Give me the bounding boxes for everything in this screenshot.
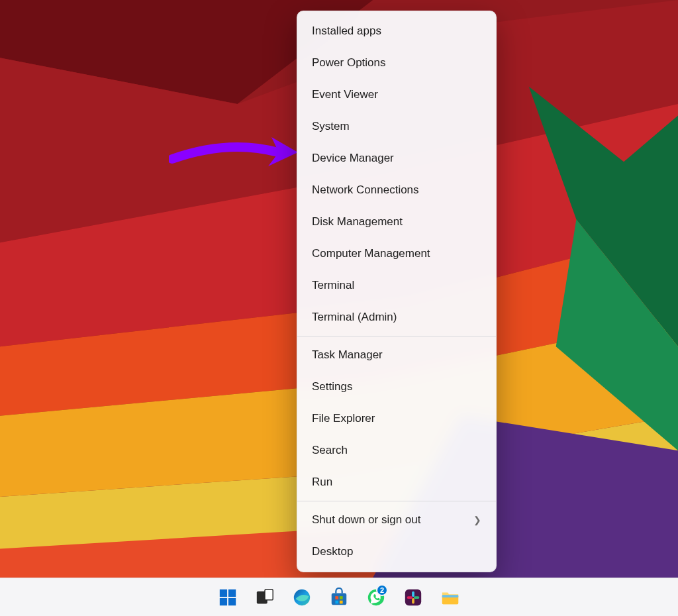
menu-item-computer-management[interactable]: Computer Management — [297, 238, 496, 270]
notification-badge: 2 — [376, 584, 388, 596]
menu-item-network-connections[interactable]: Network Connections — [297, 174, 496, 206]
menu-item-label: Disk Management — [312, 215, 403, 229]
menu-separator — [297, 336, 496, 336]
menu-separator — [297, 501, 496, 501]
taskbar: 2 — [0, 578, 678, 616]
menu-item-disk-management[interactable]: Disk Management — [297, 206, 496, 238]
svg-rect-17 — [407, 596, 412, 599]
menu-item-power-options[interactable]: Power Options — [297, 47, 496, 79]
menu-item-terminal[interactable]: Terminal — [297, 270, 496, 301]
svg-rect-1 — [228, 589, 236, 596]
menu-item-label: System — [312, 120, 350, 133]
menu-item-label: Terminal (Admin) — [312, 311, 397, 324]
svg-rect-8 — [335, 596, 338, 599]
menu-item-label: Power Options — [312, 56, 386, 70]
menu-item-run[interactable]: Run — [297, 466, 496, 498]
menu-item-event-viewer[interactable]: Event Viewer — [297, 79, 496, 111]
menu-item-label: Shut down or sign out — [312, 513, 420, 527]
menu-item-label: File Explorer — [312, 412, 375, 425]
chevron-right-icon: ❯ — [473, 515, 481, 525]
edge-button[interactable] — [287, 583, 316, 612]
menu-item-device-manager[interactable]: Device Manager — [297, 142, 496, 174]
whatsapp-button[interactable]: 2 — [362, 583, 391, 612]
menu-item-settings[interactable]: Settings — [297, 371, 496, 403]
svg-rect-10 — [335, 600, 338, 603]
svg-rect-19 — [442, 595, 458, 597]
menu-item-label: Desktop — [312, 545, 353, 558]
svg-rect-5 — [265, 589, 273, 599]
slack-icon — [403, 588, 423, 607]
svg-rect-11 — [340, 600, 343, 603]
windows-logo-icon — [218, 588, 238, 607]
svg-rect-14 — [412, 591, 414, 596]
menu-item-shutdown[interactable]: Shut down or sign out ❯ — [297, 504, 496, 536]
file-explorer-icon — [440, 588, 460, 607]
menu-item-label: Installed apps — [312, 25, 381, 38]
svg-rect-0 — [220, 589, 227, 596]
menu-item-label: Task Manager — [312, 348, 383, 362]
store-icon — [329, 588, 349, 607]
taskview-icon — [255, 588, 275, 607]
menu-item-label: Search — [312, 444, 348, 457]
svg-rect-7 — [332, 593, 347, 605]
menu-item-label: Event Viewer — [312, 88, 378, 101]
menu-item-terminal-admin[interactable]: Terminal (Admin) — [297, 301, 496, 333]
menu-item-task-manager[interactable]: Task Manager — [297, 339, 496, 371]
menu-item-installed-apps[interactable]: Installed apps — [297, 15, 496, 47]
menu-item-system[interactable]: System — [297, 111, 496, 142]
menu-item-file-explorer[interactable]: File Explorer — [297, 403, 496, 435]
taskview-button[interactable] — [250, 583, 279, 612]
menu-item-desktop[interactable]: Desktop — [297, 536, 496, 568]
svg-rect-15 — [414, 596, 419, 599]
svg-rect-3 — [228, 597, 236, 605]
svg-rect-2 — [220, 597, 227, 605]
explorer-button[interactable] — [436, 583, 465, 612]
winx-context-menu: Installed apps Power Options Event Viewe… — [297, 11, 497, 572]
start-button[interactable] — [213, 583, 242, 612]
menu-item-label: Computer Management — [312, 247, 430, 260]
svg-rect-16 — [412, 597, 414, 603]
menu-item-label: Run — [312, 476, 332, 489]
menu-item-label: Network Connections — [312, 183, 419, 197]
menu-item-label: Device Manager — [312, 152, 394, 165]
edge-icon — [292, 588, 312, 607]
menu-item-search[interactable]: Search — [297, 435, 496, 466]
menu-item-label: Settings — [312, 380, 352, 393]
store-button[interactable] — [324, 583, 354, 612]
svg-rect-9 — [340, 596, 343, 599]
menu-item-label: Terminal — [312, 279, 354, 292]
slack-button[interactable] — [399, 583, 428, 612]
